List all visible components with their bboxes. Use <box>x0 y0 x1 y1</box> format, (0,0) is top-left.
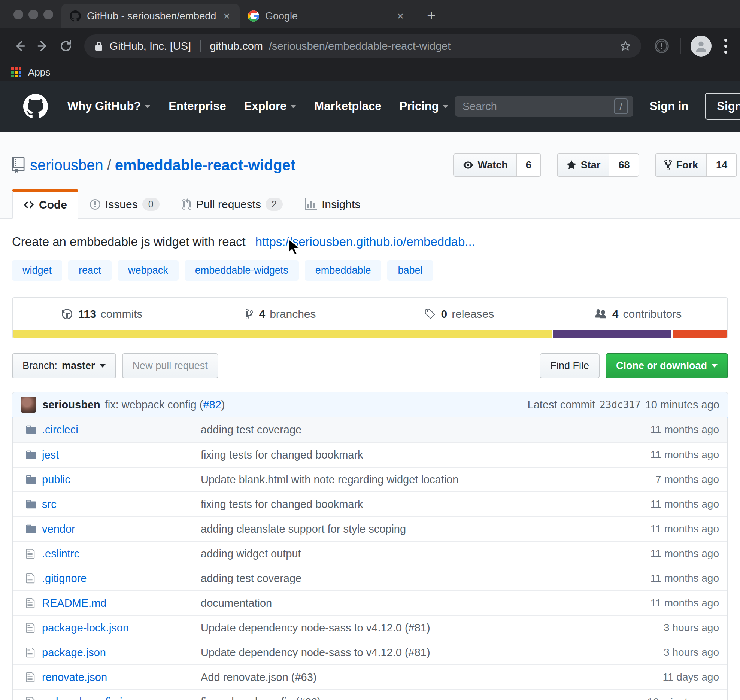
file-age: 11 months ago <box>650 597 719 609</box>
file-name-link[interactable]: .gitignore <box>42 572 201 585</box>
topic-tag[interactable]: react <box>68 260 112 281</box>
chevron-down-icon <box>100 364 106 368</box>
table-row: README.mddocumentation11 months ago <box>13 590 727 615</box>
gh-nav-item[interactable]: Explore <box>244 100 297 113</box>
commit-message-link[interactable]: fixing tests for changed bookmark <box>201 498 639 511</box>
extension-icon[interactable] <box>653 37 670 55</box>
gh-nav-item[interactable]: Enterprise <box>169 100 226 113</box>
topic-tag[interactable]: embeddable-widgets <box>185 260 299 281</box>
apps-shortcut[interactable]: Apps <box>28 67 50 78</box>
tab-title: GitHub - seriousben/embeddal <box>87 10 216 22</box>
github-header: Why GitHub?EnterpriseExploreMarketplaceP… <box>0 81 740 132</box>
gh-nav-item[interactable]: Marketplace <box>314 100 381 113</box>
commit-message-link[interactable]: fixing tests for changed bookmark <box>201 449 639 461</box>
tab-pull-requests[interactable]: Pull requests 2 <box>171 189 294 218</box>
gh-nav-item[interactable]: Pricing <box>400 100 449 113</box>
file-name-link[interactable]: jest <box>42 449 201 461</box>
issue-link[interactable]: #82 <box>203 399 221 411</box>
commit-message-link[interactable]: Update dependency node-sass to v4.12.0 (… <box>201 622 652 634</box>
tab-insights[interactable]: Insights <box>294 189 371 218</box>
new-pull-request-button[interactable]: New pull request <box>122 353 218 378</box>
commit-message-link[interactable]: adding test coverage <box>201 424 639 436</box>
commit-author[interactable]: seriousben <box>42 399 100 411</box>
branch-selector[interactable]: Branch:master <box>12 353 116 378</box>
commits-stat[interactable]: 113commits <box>13 298 191 330</box>
star-button[interactable]: Star 68 <box>557 153 640 177</box>
gh-nav-item[interactable]: Why GitHub? <box>67 100 151 113</box>
clone-or-download-button[interactable]: Clone or download <box>606 353 728 378</box>
contributors-stat[interactable]: 4contributors <box>549 298 727 330</box>
window-zoom-button[interactable] <box>43 10 53 19</box>
commit-message-link[interactable]: Update blank.html with note regarding wi… <box>201 474 644 486</box>
language-bar[interactable] <box>13 330 727 338</box>
find-file-button[interactable]: Find File <box>540 353 600 378</box>
tab-github[interactable]: GitHub - seriousben/embeddal × <box>61 4 240 28</box>
profile-avatar[interactable] <box>691 36 712 57</box>
window-controls[interactable] <box>13 10 53 19</box>
file-name-link[interactable]: src <box>42 498 201 511</box>
file-name-link[interactable]: package-lock.json <box>42 622 201 634</box>
tab-close-icon[interactable]: × <box>395 10 405 22</box>
file-name-link[interactable]: public <box>42 474 201 486</box>
tab-code[interactable]: Code <box>12 189 78 219</box>
tab-close-icon[interactable]: × <box>222 10 231 22</box>
file-name-link[interactable]: README.md <box>42 597 201 609</box>
topic-tag[interactable]: embeddable <box>305 260 382 281</box>
file-name-link[interactable]: webpack.config.js <box>42 696 201 700</box>
file-name-link[interactable]: renovate.json <box>42 671 201 684</box>
file-icon <box>25 622 38 633</box>
file-name-link[interactable]: .eslintrc <box>42 548 201 560</box>
file-name-link[interactable]: .circleci <box>42 424 201 436</box>
topic-tag[interactable]: babel <box>387 260 433 281</box>
topic-tag[interactable]: webpack <box>118 260 179 281</box>
commit-message-link[interactable]: fix: webpack config (#82) <box>201 696 636 700</box>
watch-button[interactable]: Watch 6 <box>453 153 541 177</box>
address-bar[interactable]: GitHub, Inc. [US] github.com/seriousben/… <box>84 34 641 58</box>
chevron-down-icon <box>443 105 449 108</box>
repo-owner-link[interactable]: seriousben <box>30 157 103 173</box>
github-logo-icon[interactable] <box>23 94 48 119</box>
branches-stat[interactable]: 4branches <box>191 298 370 330</box>
repo-name-link[interactable]: embeddable-react-widget <box>115 157 295 173</box>
branch-icon <box>245 308 254 320</box>
back-button[interactable] <box>10 36 30 56</box>
new-tab-button[interactable]: + <box>422 7 441 24</box>
file-name-link[interactable]: package.json <box>42 646 201 659</box>
browser-menu-button[interactable] <box>721 39 730 54</box>
table-row: webpack.config.jsfix: webpack config (#8… <box>13 689 727 700</box>
fork-count[interactable]: 14 <box>706 154 736 176</box>
commit-message-link[interactable]: Update dependency node-sass to v4.12.0 (… <box>201 646 652 659</box>
window-minimize-button[interactable] <box>28 10 38 19</box>
file-age: 11 months ago <box>650 548 719 560</box>
reload-button[interactable] <box>56 36 76 56</box>
fork-button[interactable]: Fork 14 <box>655 153 737 177</box>
commit-author-avatar[interactable] <box>21 397 36 413</box>
chevron-down-icon <box>290 105 296 108</box>
commit-sha-link[interactable]: 23dc317 <box>600 399 641 410</box>
commit-message-link[interactable]: adding test coverage <box>201 572 639 585</box>
file-name-link[interactable]: vendor <box>42 523 201 535</box>
bookmark-star-icon[interactable] <box>619 40 631 52</box>
commit-message[interactable]: fix: webpack config (#82) <box>105 399 225 411</box>
commit-message-link[interactable]: Add renovate.json (#63) <box>201 671 652 684</box>
security-badge[interactable]: GitHub, Inc. [US] <box>110 40 191 52</box>
sign-up-button[interactable]: Sign up <box>705 93 740 120</box>
search-box[interactable]: / <box>455 96 633 117</box>
folder-icon <box>25 449 38 460</box>
search-input[interactable] <box>462 100 614 113</box>
commit-message-link[interactable]: adding cleanslate support for style scop… <box>201 523 639 535</box>
topic-tag[interactable]: widget <box>12 260 62 281</box>
tab-issues[interactable]: Issues 0 <box>78 189 171 218</box>
file-age: 3 hours ago <box>664 646 719 658</box>
issue-icon <box>90 198 101 210</box>
sign-in-link[interactable]: Sign in <box>650 100 688 113</box>
releases-stat[interactable]: 0releases <box>370 298 549 330</box>
watch-count[interactable]: 6 <box>516 154 540 176</box>
window-close-button[interactable] <box>13 10 23 19</box>
forward-button[interactable] <box>33 36 53 56</box>
commit-message-link[interactable]: documentation <box>201 597 639 609</box>
commit-message-link[interactable]: adding widget output <box>201 548 639 560</box>
table-row: package-lock.jsonUpdate dependency node-… <box>13 615 727 640</box>
tab-google[interactable]: Google × <box>240 4 413 28</box>
star-count[interactable]: 68 <box>609 154 639 176</box>
